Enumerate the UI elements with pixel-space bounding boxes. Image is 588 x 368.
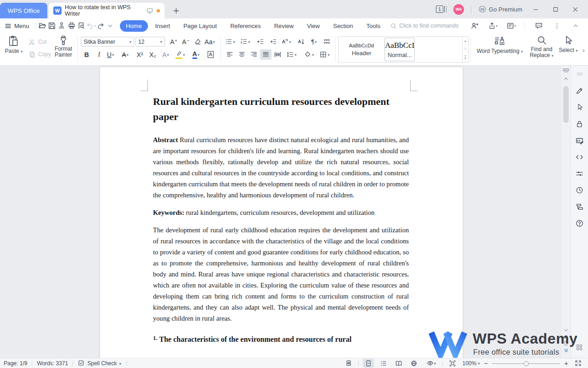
italic-button[interactable]: I <box>93 49 105 60</box>
zoom-slider-thumb[interactable] <box>524 361 529 366</box>
page-indicator[interactable]: Page: 1/9 <box>4 360 27 367</box>
font-size-select[interactable]: 12 ▾ <box>136 37 165 46</box>
next-page-button[interactable] <box>561 348 571 353</box>
distribute-button[interactable] <box>272 49 283 60</box>
share-dropdown[interactable]: ▾ <box>496 24 498 28</box>
format-painter-button[interactable]: Format Painter <box>51 35 75 58</box>
open-button[interactable] <box>37 20 47 31</box>
sidebar-navigation-tool[interactable] <box>575 202 584 211</box>
tab-tools[interactable]: Tools <box>361 20 386 32</box>
window-switch-button[interactable]: 1 <box>436 6 447 13</box>
tab-insert[interactable]: Insert <box>149 20 176 32</box>
superscript-button[interactable]: X² <box>134 49 146 60</box>
ruler-toggle-button[interactable] <box>561 68 571 73</box>
underline-button[interactable]: U▾ <box>105 49 116 60</box>
zoom-in-button[interactable]: + <box>564 361 568 366</box>
styles-expand-button[interactable]: ▾ <box>463 54 468 62</box>
tab-section[interactable]: Section <box>327 20 359 32</box>
paste-button[interactable]: Paste ▾ <box>4 35 24 55</box>
zoom-slider[interactable] <box>492 361 560 366</box>
font-name-select[interactable]: Sitka Banner ▾ <box>81 37 134 46</box>
web-layout-button[interactable] <box>408 359 419 368</box>
text-direction-button[interactable]: ▾ <box>280 36 292 47</box>
document-title[interactable]: Rural kindergarten curriculum resources … <box>153 94 409 124</box>
sidebar-edit-tool[interactable] <box>575 86 584 95</box>
task-window-button[interactable] <box>343 359 354 368</box>
word-typesetting-button[interactable]: Word Typesetting ▾ <box>474 35 526 55</box>
browse-object-button[interactable] <box>561 341 571 346</box>
styles-scroll-up-button[interactable]: ▴ <box>463 37 468 45</box>
previous-page-button[interactable] <box>561 334 571 339</box>
comment-button[interactable] <box>532 20 545 31</box>
collapse-ribbon-button[interactable] <box>569 20 582 31</box>
print-preview-button[interactable] <box>76 20 86 31</box>
increase-indent-button[interactable] <box>267 36 279 47</box>
bold-button[interactable]: B <box>81 49 92 60</box>
new-tab-button[interactable] <box>170 5 182 17</box>
share-user-button[interactable] <box>468 20 481 31</box>
increase-font-button[interactable]: A⁺ <box>168 36 180 47</box>
shading-button[interactable]: ▾ <box>303 49 315 60</box>
document-content[interactable]: Rural kindergarten curriculum resources … <box>153 67 409 345</box>
command-search-input[interactable] <box>399 23 468 29</box>
highlight-color-button[interactable]: ▾ <box>175 49 186 60</box>
body-paragraph[interactable]: The development of rural early childhood… <box>153 224 409 324</box>
vertical-scrollbar[interactable] <box>561 66 571 358</box>
wps-office-home-tab[interactable]: WPS Office <box>0 3 47 18</box>
sidebar-apps-grid-button[interactable] <box>575 343 584 352</box>
eye-protection-button[interactable]: ▾ <box>424 359 438 368</box>
copy-button[interactable]: Copy <box>28 51 51 58</box>
tab-references[interactable]: References <box>224 20 266 32</box>
tab-view[interactable]: View <box>301 20 326 32</box>
document-tab[interactable]: W How to rotate text in WPS Writer <box>49 3 164 18</box>
find-replace-button[interactable]: Find and Replace ▾ <box>527 35 556 59</box>
change-case-button[interactable]: Aa▾ <box>204 36 215 47</box>
menu-button[interactable]: Menu <box>0 23 34 29</box>
tab-page-layout[interactable]: Page Layout <box>177 20 223 32</box>
text-effects-button[interactable]: A▾ <box>160 49 171 60</box>
sidebar-drag-handle[interactable] <box>575 69 584 79</box>
scroll-down-button[interactable] <box>561 328 571 332</box>
clear-format-button[interactable] <box>192 36 204 47</box>
keywords-line[interactable]: Keywords: rural kindergartens, curriculu… <box>153 207 409 218</box>
command-search[interactable] <box>390 23 468 29</box>
section-heading[interactable]: 1. The characteristics of the environmen… <box>153 332 409 345</box>
zoom-level-select[interactable]: 100% ▾ <box>462 360 480 367</box>
outline-view-button[interactable] <box>378 359 389 368</box>
justify-button[interactable] <box>260 49 271 60</box>
minimize-button[interactable] <box>529 3 542 16</box>
ribbon-overflow-chevron[interactable]: › <box>582 46 585 54</box>
close-button[interactable] <box>569 3 582 16</box>
redo-button[interactable] <box>96 20 106 31</box>
sidebar-history-tool[interactable] <box>575 185 584 195</box>
zoom-out-button[interactable]: − <box>484 361 488 366</box>
style-header[interactable]: AaBbCcDd Header <box>339 38 384 61</box>
align-center-button[interactable] <box>236 49 248 60</box>
scroll-up-button[interactable] <box>561 77 571 80</box>
cut-button[interactable]: Cut <box>28 38 47 46</box>
notes-dropdown[interactable]: ▾ <box>514 24 516 28</box>
user-avatar[interactable]: WA <box>453 4 464 15</box>
export-share-button[interactable]: ▾ <box>486 20 499 31</box>
bullet-list-button[interactable]: ▾ <box>224 36 236 47</box>
line-spacing-button[interactable]: ▾ <box>286 49 297 60</box>
borders-button[interactable]: ▾ <box>319 49 330 60</box>
font-color-button[interactable]: A ▾ <box>190 49 202 60</box>
go-premium-button[interactable]: Go Premium <box>478 5 522 13</box>
style-normal[interactable]: AaBbCcI Normal... <box>384 38 415 61</box>
page[interactable]: Rural kindergarten curriculum resources … <box>100 67 463 358</box>
sidebar-select-tool[interactable] <box>575 103 584 112</box>
numbered-list-button[interactable]: ▾ <box>239 36 251 47</box>
show-marks-button[interactable]: ¶▾ <box>308 36 320 47</box>
scrollbar-thumb[interactable] <box>563 86 569 123</box>
more-options-button[interactable]: ⋮ <box>551 20 563 31</box>
word-count[interactable]: Words: 3371 <box>37 360 68 367</box>
sort-button[interactable] <box>295 36 307 47</box>
tab-home[interactable]: Home <box>120 20 148 32</box>
sidebar-protect-tool[interactable] <box>575 119 584 128</box>
sidebar-code-tool[interactable] <box>575 152 584 161</box>
decrease-indent-button[interactable] <box>254 36 266 47</box>
page-view-button[interactable] <box>363 359 374 368</box>
align-left-button[interactable] <box>224 49 236 60</box>
abstract-paragraph[interactable]: Abstract Rural curriculum resources have… <box>153 134 409 201</box>
